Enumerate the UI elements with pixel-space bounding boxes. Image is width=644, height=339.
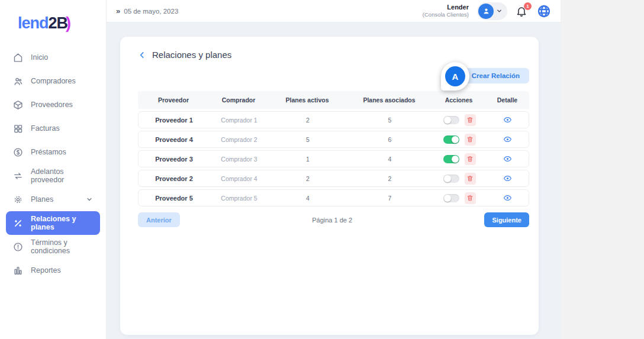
detalle-cell <box>486 193 529 202</box>
table-row: Proveedor 4 Comprador 2 5 6 <box>138 131 529 148</box>
planes-activos-cell: 2 <box>269 117 347 124</box>
user-info: Lender (Consola Clientes) <box>423 4 469 19</box>
sidebar-item-prestamos[interactable]: Préstamos <box>6 140 100 164</box>
topbar-right: Lender (Consola Clientes) 1 <box>423 2 551 20</box>
acciones-cell <box>433 134 486 146</box>
app-window: lend2B) Inicio Compradores <box>0 0 561 339</box>
comprador-cell: Comprador 5 <box>210 195 269 202</box>
eye-icon <box>503 115 512 124</box>
bar-chart-icon <box>13 266 23 276</box>
proveedor-cell: Proveedor 3 <box>139 156 210 163</box>
detalle-cell <box>486 135 529 144</box>
acciones-cell <box>433 153 486 165</box>
globe-icon <box>537 4 551 18</box>
sidebar-item-facturas[interactable]: Facturas <box>6 117 100 140</box>
trash-icon <box>466 175 474 182</box>
toggle-knob <box>444 117 451 124</box>
comprador-cell: Comprador 4 <box>210 175 269 182</box>
sidebar-item-label: Facturas <box>31 124 60 133</box>
sidebar-collapse-icon[interactable]: » <box>116 7 119 15</box>
sidebar-item-label: Relaciones y planes <box>31 215 93 231</box>
comprador-cell: Comprador 1 <box>210 117 269 124</box>
current-date: 05 de mayo, 2023 <box>124 8 178 15</box>
next-page-button[interactable]: Siguiente <box>484 212 529 227</box>
delete-button[interactable] <box>465 192 476 204</box>
table-header: Proveedor Comprador Planes activos Plane… <box>138 91 529 109</box>
estado-toggle[interactable] <box>443 116 459 124</box>
sidebar-item-inicio[interactable]: Inicio <box>6 46 100 69</box>
column-header-planes-activos: Planes activos <box>268 96 346 104</box>
sidebar-item-proveedores[interactable]: Proveedores <box>6 93 100 117</box>
sidebar-item-planes[interactable]: Planes <box>6 188 100 211</box>
planes-asociados-cell: 4 <box>347 156 433 163</box>
sidebar-item-relaciones-y-planes[interactable]: Relaciones y planes <box>6 211 100 235</box>
table-row: Proveedor 2 Comprador 4 2 2 <box>138 170 529 187</box>
outside-window-area <box>561 0 644 339</box>
sidebar-item-label: Planes <box>31 195 53 204</box>
planes-activos-cell: 5 <box>269 136 347 143</box>
delete-button[interactable] <box>465 153 476 165</box>
estado-toggle[interactable] <box>443 175 459 183</box>
table-row: Proveedor 1 Comprador 1 2 5 <box>138 111 529 128</box>
proveedor-cell: Proveedor 2 <box>139 175 210 182</box>
view-detail-button[interactable] <box>503 174 512 183</box>
comprador-cell: Comprador 2 <box>210 136 269 143</box>
planes-activos-cell: 4 <box>269 195 347 202</box>
eye-icon <box>503 154 512 163</box>
view-detail-button[interactable] <box>503 193 512 202</box>
toggle-knob <box>444 195 451 202</box>
table-row: Proveedor 3 Comprador 3 1 4 <box>138 150 529 167</box>
home-icon <box>13 53 23 63</box>
language-button[interactable] <box>537 4 551 18</box>
sidebar-item-label: Inicio <box>31 53 48 62</box>
sidebar-item-label: Compradores <box>31 77 76 85</box>
sidebar-item-compradores[interactable]: Compradores <box>6 69 100 93</box>
comprador-cell: Comprador 3 <box>210 156 269 163</box>
dollar-circle-icon <box>13 147 23 157</box>
eye-icon <box>503 193 512 202</box>
estado-toggle[interactable] <box>443 194 459 202</box>
screen: lend2B) Inicio Compradores <box>0 0 644 339</box>
topbar-left: » 05 de mayo, 2023 <box>116 7 178 15</box>
view-detail-button[interactable] <box>503 115 512 124</box>
user-name: Lender <box>423 4 469 12</box>
relations-card: Relaciones y planes Crear Relación Prove… <box>120 37 539 335</box>
delete-button[interactable] <box>465 134 476 146</box>
column-header-proveedor: Proveedor <box>138 96 209 104</box>
toggle-knob <box>452 156 459 163</box>
user-menu-button[interactable] <box>477 2 507 20</box>
column-header-detalle: Detalle <box>485 96 529 104</box>
notifications-button[interactable]: 1 <box>516 4 529 18</box>
trash-icon <box>466 194 474 202</box>
sidebar-item-label: Términos y condiciones <box>31 238 93 255</box>
planes-asociados-cell: 6 <box>347 136 433 143</box>
delete-button[interactable] <box>465 173 476 185</box>
sidebar-item-adelantos[interactable]: Adelantos proveedor <box>6 164 100 188</box>
eye-icon <box>503 135 512 144</box>
sidebar-item-reportes[interactable]: Reportes <box>6 259 100 282</box>
sidebar-nav: Inicio Compradores Proveedores <box>0 42 106 282</box>
sidebar-item-terminos[interactable]: Términos y condiciones <box>6 235 100 259</box>
toolbar: Crear Relación <box>138 68 529 83</box>
toggle-knob <box>444 175 451 182</box>
topbar: » 05 de mayo, 2023 Lender (Consola Clien… <box>107 0 561 22</box>
user-subtitle: (Consola Clientes) <box>423 11 469 18</box>
table-row: Proveedor 5 Comprador 5 4 7 <box>138 189 529 206</box>
proveedor-cell: Proveedor 5 <box>139 195 210 202</box>
view-detail-button[interactable] <box>503 135 512 144</box>
acciones-cell <box>433 173 486 185</box>
planes-activos-cell: 1 <box>269 156 347 163</box>
estado-toggle[interactable] <box>443 155 459 163</box>
estado-toggle[interactable] <box>443 135 459 144</box>
detalle-cell <box>486 174 529 183</box>
view-detail-button[interactable] <box>503 154 512 163</box>
planes-asociados-cell: 5 <box>347 117 433 124</box>
logo-tail-glyph: ) <box>66 14 70 32</box>
previous-page-button[interactable]: Anterior <box>138 212 180 227</box>
back-button[interactable] <box>138 51 146 59</box>
proveedor-cell: Proveedor 4 <box>139 136 210 143</box>
sidebar-item-label: Préstamos <box>31 148 66 156</box>
delete-button[interactable] <box>465 114 476 126</box>
page-header: Relaciones y planes <box>138 50 529 60</box>
info-circle-icon <box>13 242 23 252</box>
